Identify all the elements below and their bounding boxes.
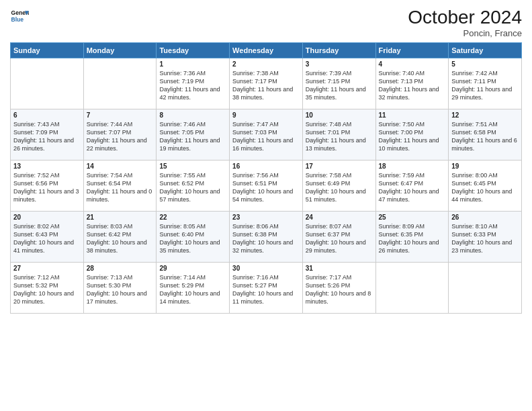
day-info: Sunrise: 7:56 AM Sunset: 6:51 PM Dayligh… — [232, 171, 300, 204]
day-number: 25 — [379, 214, 446, 221]
day-info: Sunrise: 7:48 AM Sunset: 7:01 PM Dayligh… — [306, 120, 373, 153]
day-number: 26 — [451, 214, 519, 221]
day-info: Sunrise: 7:36 AM Sunset: 7:19 PM Dayligh… — [159, 69, 226, 102]
logo-icon: General Blue — [10, 7, 29, 26]
calendar-cell: 16Sunrise: 7:56 AM Sunset: 6:51 PM Dayli… — [230, 161, 303, 212]
week-row-4: 27Sunrise: 7:12 AM Sunset: 5:32 PM Dayli… — [11, 263, 522, 314]
day-info: Sunrise: 7:54 AM Sunset: 6:54 PM Dayligh… — [87, 171, 154, 204]
day-number: 20 — [13, 214, 81, 221]
calendar-cell: 1Sunrise: 7:36 AM Sunset: 7:19 PM Daylig… — [157, 58, 230, 109]
day-number: 18 — [379, 163, 446, 170]
calendar-cell: 3Sunrise: 7:39 AM Sunset: 7:15 PM Daylig… — [302, 58, 375, 109]
day-info: Sunrise: 8:10 AM Sunset: 6:33 PM Dayligh… — [451, 222, 519, 255]
calendar-cell: 21Sunrise: 8:03 AM Sunset: 6:42 PM Dayli… — [83, 212, 157, 263]
calendar-table: SundayMondayTuesdayWednesdayThursdayFrid… — [10, 42, 522, 314]
calendar-cell: 18Sunrise: 7:59 AM Sunset: 6:47 PM Dayli… — [375, 161, 449, 212]
month-title: October 2024 — [408, 7, 522, 28]
week-row-0: 1Sunrise: 7:36 AM Sunset: 7:19 PM Daylig… — [11, 58, 522, 109]
header: General Blue October 2024 Poncin, France — [10, 7, 522, 38]
calendar-cell: 8Sunrise: 7:46 AM Sunset: 7:05 PM Daylig… — [157, 109, 230, 161]
day-number: 23 — [232, 214, 300, 221]
day-info: Sunrise: 8:09 AM Sunset: 6:35 PM Dayligh… — [379, 222, 446, 255]
day-number: 22 — [159, 214, 226, 221]
day-number: 6 — [13, 111, 81, 119]
day-number: 28 — [87, 265, 154, 272]
calendar-cell: 13Sunrise: 7:52 AM Sunset: 6:56 PM Dayli… — [11, 161, 84, 212]
col-header-wednesday: Wednesday — [230, 43, 303, 58]
svg-text:Blue: Blue — [11, 16, 24, 23]
day-number: 21 — [87, 214, 154, 221]
day-info: Sunrise: 8:05 AM Sunset: 6:40 PM Dayligh… — [159, 222, 226, 255]
title-area: October 2024 Poncin, France — [408, 7, 522, 38]
day-info: Sunrise: 7:16 AM Sunset: 5:27 PM Dayligh… — [232, 273, 300, 306]
day-number: 15 — [159, 163, 226, 170]
week-row-2: 13Sunrise: 7:52 AM Sunset: 6:56 PM Dayli… — [11, 161, 522, 212]
day-info: Sunrise: 7:46 AM Sunset: 7:05 PM Dayligh… — [159, 120, 226, 153]
col-header-sunday: Sunday — [11, 43, 84, 58]
calendar-cell: 2Sunrise: 7:38 AM Sunset: 7:17 PM Daylig… — [230, 58, 303, 109]
calendar-cell: 25Sunrise: 8:09 AM Sunset: 6:35 PM Dayli… — [375, 212, 449, 263]
calendar-cell: 9Sunrise: 7:47 AM Sunset: 7:03 PM Daylig… — [230, 109, 303, 161]
day-info: Sunrise: 7:59 AM Sunset: 6:47 PM Dayligh… — [379, 171, 446, 204]
calendar-cell — [449, 263, 522, 314]
calendar-cell — [11, 58, 84, 109]
calendar-cell: 6Sunrise: 7:43 AM Sunset: 7:09 PM Daylig… — [11, 109, 84, 161]
day-number: 30 — [232, 265, 300, 272]
day-number: 13 — [13, 163, 81, 170]
calendar-cell: 4Sunrise: 7:40 AM Sunset: 7:13 PM Daylig… — [375, 58, 449, 109]
calendar-cell: 29Sunrise: 7:14 AM Sunset: 5:29 PM Dayli… — [157, 263, 230, 314]
calendar-cell: 5Sunrise: 7:42 AM Sunset: 7:11 PM Daylig… — [449, 58, 522, 109]
day-info: Sunrise: 7:50 AM Sunset: 7:00 PM Dayligh… — [379, 120, 446, 153]
calendar-cell: 10Sunrise: 7:48 AM Sunset: 7:01 PM Dayli… — [302, 109, 375, 161]
calendar-cell: 27Sunrise: 7:12 AM Sunset: 5:32 PM Dayli… — [11, 263, 84, 314]
day-info: Sunrise: 7:13 AM Sunset: 5:30 PM Dayligh… — [87, 273, 154, 306]
day-number: 29 — [159, 265, 226, 272]
calendar-cell: 17Sunrise: 7:58 AM Sunset: 6:49 PM Dayli… — [302, 161, 375, 212]
day-info: Sunrise: 7:14 AM Sunset: 5:29 PM Dayligh… — [159, 273, 226, 306]
day-number: 1 — [159, 60, 226, 68]
day-number: 27 — [13, 265, 81, 272]
day-number: 12 — [451, 111, 519, 119]
day-number: 14 — [87, 163, 154, 170]
day-info: Sunrise: 7:44 AM Sunset: 7:07 PM Dayligh… — [87, 120, 154, 153]
col-header-thursday: Thursday — [302, 43, 375, 58]
day-info: Sunrise: 7:38 AM Sunset: 7:17 PM Dayligh… — [232, 69, 300, 102]
col-header-monday: Monday — [83, 43, 157, 58]
day-number: 5 — [451, 60, 519, 68]
day-info: Sunrise: 8:00 AM Sunset: 6:45 PM Dayligh… — [451, 171, 519, 204]
calendar-cell — [375, 263, 449, 314]
calendar-cell: 12Sunrise: 7:51 AM Sunset: 6:58 PM Dayli… — [449, 109, 522, 161]
day-number: 4 — [379, 60, 446, 68]
day-number: 31 — [306, 265, 373, 272]
logo: General Blue — [10, 7, 29, 26]
col-header-tuesday: Tuesday — [157, 43, 230, 58]
day-info: Sunrise: 8:02 AM Sunset: 6:43 PM Dayligh… — [13, 222, 81, 255]
calendar-cell: 11Sunrise: 7:50 AM Sunset: 7:00 PM Dayli… — [375, 109, 449, 161]
day-number: 17 — [306, 163, 373, 170]
day-number: 7 — [87, 111, 154, 119]
day-info: Sunrise: 7:47 AM Sunset: 7:03 PM Dayligh… — [232, 120, 300, 153]
day-number: 8 — [159, 111, 226, 119]
calendar-cell: 15Sunrise: 7:55 AM Sunset: 6:52 PM Dayli… — [157, 161, 230, 212]
day-number: 16 — [232, 163, 300, 170]
calendar-cell: 20Sunrise: 8:02 AM Sunset: 6:43 PM Dayli… — [11, 212, 84, 263]
day-info: Sunrise: 8:03 AM Sunset: 6:42 PM Dayligh… — [87, 222, 154, 255]
day-info: Sunrise: 7:12 AM Sunset: 5:32 PM Dayligh… — [13, 273, 81, 306]
day-number: 19 — [451, 163, 519, 170]
day-number: 24 — [306, 214, 373, 221]
col-header-friday: Friday — [375, 43, 449, 58]
calendar-cell: 24Sunrise: 8:07 AM Sunset: 6:37 PM Dayli… — [302, 212, 375, 263]
day-info: Sunrise: 7:39 AM Sunset: 7:15 PM Dayligh… — [306, 69, 373, 102]
calendar-cell: 31Sunrise: 7:17 AM Sunset: 5:26 PM Dayli… — [302, 263, 375, 314]
calendar-cell: 19Sunrise: 8:00 AM Sunset: 6:45 PM Dayli… — [449, 161, 522, 212]
calendar-cell: 14Sunrise: 7:54 AM Sunset: 6:54 PM Dayli… — [83, 161, 157, 212]
day-info: Sunrise: 7:42 AM Sunset: 7:11 PM Dayligh… — [451, 69, 519, 102]
day-info: Sunrise: 7:55 AM Sunset: 6:52 PM Dayligh… — [159, 171, 226, 204]
calendar-cell: 26Sunrise: 8:10 AM Sunset: 6:33 PM Dayli… — [449, 212, 522, 263]
week-row-3: 20Sunrise: 8:02 AM Sunset: 6:43 PM Dayli… — [11, 212, 522, 263]
day-info: Sunrise: 7:40 AM Sunset: 7:13 PM Dayligh… — [379, 69, 446, 102]
day-number: 3 — [306, 60, 373, 68]
day-info: Sunrise: 8:06 AM Sunset: 6:38 PM Dayligh… — [232, 222, 300, 255]
day-number: 9 — [232, 111, 300, 119]
calendar-cell: 22Sunrise: 8:05 AM Sunset: 6:40 PM Dayli… — [157, 212, 230, 263]
